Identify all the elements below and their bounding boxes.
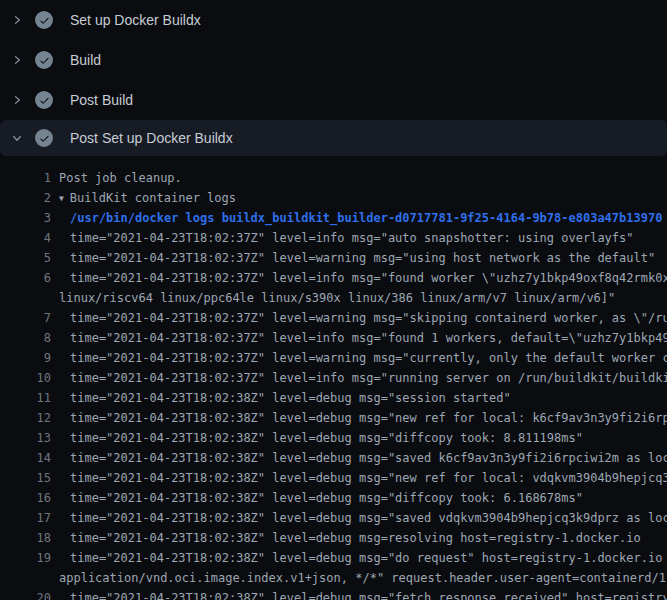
log-line-content: ▼BuildKit container logs (59, 188, 667, 208)
log-line-content: time="2021-04-23T18:02:38Z" level=debug … (70, 508, 667, 528)
line-number[interactable]: 7 (0, 308, 51, 328)
log-text: time="2021-04-23T18:02:38Z" level=debug … (70, 391, 511, 405)
line-number[interactable]: 6 (0, 268, 51, 288)
log-line: 1 Post job cleanup. (0, 168, 667, 188)
log-line: 11 time="2021-04-23T18:02:38Z" level=deb… (0, 388, 667, 408)
check-circle-icon (35, 51, 53, 69)
check-circle-icon (35, 129, 53, 147)
chevron-right-icon (11, 14, 23, 26)
log-line: 6 time="2021-04-23T18:02:37Z" level=info… (0, 268, 667, 288)
step-label: Build (70, 52, 101, 68)
line-number[interactable]: 19 (0, 548, 51, 568)
log-text: time="2021-04-23T18:02:38Z" level=debug … (70, 491, 583, 505)
log-line-content: time="2021-04-23T18:02:38Z" level=debug … (70, 408, 667, 428)
line-number[interactable]: 8 (0, 328, 51, 348)
log-line: 15 time="2021-04-23T18:02:38Z" level=deb… (0, 468, 667, 488)
log-line: 20 time="2021-04-23T18:02:38Z" level=deb… (0, 588, 667, 600)
line-number[interactable] (0, 288, 51, 308)
log-line-content: time="2021-04-23T18:02:38Z" level=debug … (70, 388, 667, 408)
log-text: time="2021-04-23T18:02:38Z" level=debug … (70, 511, 667, 525)
line-number[interactable]: 16 (0, 488, 51, 508)
log-text: time="2021-04-23T18:02:38Z" level=debug … (70, 431, 583, 445)
log-line: 16 time="2021-04-23T18:02:38Z" level=deb… (0, 488, 667, 508)
log-line: 8 time="2021-04-23T18:02:37Z" level=info… (0, 328, 667, 348)
step-header[interactable]: Set up Docker Buildx (0, 0, 667, 40)
chevron-down-icon (11, 132, 23, 144)
chevron-right-icon (11, 54, 23, 66)
step-header[interactable]: Build (0, 40, 667, 80)
step-label: Post Build (70, 92, 133, 108)
log-line-content: application/vnd.oci.image.index.v1+json,… (59, 568, 667, 588)
line-number[interactable] (0, 568, 51, 588)
check-icon (39, 95, 50, 106)
chevron-icon[interactable] (9, 52, 25, 68)
line-number[interactable]: 12 (0, 408, 51, 428)
log-text: time="2021-04-23T18:02:37Z" level=info m… (70, 231, 634, 245)
log-line: 10 time="2021-04-23T18:02:37Z" level=inf… (0, 368, 667, 388)
line-number[interactable]: 14 (0, 448, 51, 468)
log-text: time="2021-04-23T18:02:37Z" level=warnin… (70, 311, 667, 325)
line-number[interactable]: 18 (0, 528, 51, 548)
log-line: 3 /usr/bin/docker logs buildx_buildkit_b… (0, 208, 667, 228)
log-line-content: time="2021-04-23T18:02:37Z" level=info m… (70, 368, 667, 388)
log-line-content: time="2021-04-23T18:02:38Z" level=debug … (70, 528, 667, 548)
line-number[interactable]: 5 (0, 248, 51, 268)
step-label: Set up Docker Buildx (70, 12, 201, 28)
log-line-content: time="2021-04-23T18:02:37Z" level=info m… (70, 268, 667, 288)
chevron-icon[interactable] (9, 92, 25, 108)
log-line: 5 time="2021-04-23T18:02:37Z" level=warn… (0, 248, 667, 268)
log-line-content: time="2021-04-23T18:02:37Z" level=info m… (70, 228, 667, 248)
line-number[interactable]: 20 (0, 588, 51, 600)
group-collapse-triangle-icon[interactable]: ▼ (59, 189, 64, 208)
log-line: 17 time="2021-04-23T18:02:38Z" level=deb… (0, 508, 667, 528)
check-icon (39, 55, 50, 66)
steps-list: Set up Docker Buildx Build (0, 0, 667, 156)
log-line: 4 time="2021-04-23T18:02:37Z" level=info… (0, 228, 667, 248)
line-number[interactable]: 4 (0, 228, 51, 248)
job-log-panel: Set up Docker Buildx Build (0, 0, 667, 600)
line-number[interactable]: 3 (0, 208, 51, 228)
line-number[interactable]: 17 (0, 508, 51, 528)
chevron-icon[interactable] (9, 12, 25, 28)
line-number[interactable]: 10 (0, 368, 51, 388)
step-header[interactable]: Post Set up Docker Buildx (0, 120, 667, 156)
log-line-content: time="2021-04-23T18:02:37Z" level=warnin… (70, 348, 667, 368)
log-line: 9 time="2021-04-23T18:02:37Z" level=warn… (0, 348, 667, 368)
log-text: time="2021-04-23T18:02:38Z" level=debug … (70, 471, 667, 485)
line-number[interactable]: 9 (0, 348, 51, 368)
log-text: time="2021-04-23T18:02:37Z" level=warnin… (70, 251, 655, 265)
line-number[interactable]: 1 (0, 168, 51, 188)
log-text: time="2021-04-23T18:02:37Z" level=info m… (70, 271, 667, 285)
step-header[interactable]: Post Build (0, 80, 667, 120)
log-line: application/vnd.oci.image.index.v1+json,… (0, 568, 667, 588)
log-area: 1 Post job cleanup. 2 ▼BuildKit containe… (0, 156, 667, 600)
log-line-content: time="2021-04-23T18:02:37Z" level=warnin… (70, 308, 667, 328)
chevron-icon[interactable] (9, 130, 25, 146)
log-line-content: time="2021-04-23T18:02:38Z" level=debug … (70, 588, 667, 600)
log-text: time="2021-04-23T18:02:37Z" level=info m… (70, 331, 667, 345)
line-number[interactable]: 15 (0, 468, 51, 488)
log-text: linux/riscv64 linux/ppc64le linux/s390x … (59, 291, 615, 305)
check-icon (39, 133, 50, 144)
log-line-content: time="2021-04-23T18:02:38Z" level=debug … (70, 448, 667, 468)
check-icon (39, 15, 50, 26)
line-number[interactable]: 13 (0, 428, 51, 448)
log-text: time="2021-04-23T18:02:38Z" level=debug … (70, 531, 641, 545)
log-line: linux/riscv64 linux/ppc64le linux/s390x … (0, 288, 667, 308)
log-line-content: time="2021-04-23T18:02:38Z" level=debug … (70, 548, 667, 568)
check-circle-icon (35, 91, 53, 109)
log-line: 12 time="2021-04-23T18:02:38Z" level=deb… (0, 408, 667, 428)
log-line: 14 time="2021-04-23T18:02:38Z" level=deb… (0, 448, 667, 468)
log-text: BuildKit container logs (70, 191, 236, 205)
log-line-content: linux/riscv64 linux/ppc64le linux/s390x … (59, 288, 667, 308)
step-label: Post Set up Docker Buildx (70, 130, 233, 146)
log-line-content: /usr/bin/docker logs buildx_buildkit_bui… (70, 208, 667, 228)
log-text: time="2021-04-23T18:02:38Z" level=debug … (70, 591, 667, 600)
log-text: application/vnd.oci.image.index.v1+json,… (59, 571, 667, 585)
line-number[interactable]: 11 (0, 388, 51, 408)
log-line-content: time="2021-04-23T18:02:38Z" level=debug … (70, 428, 667, 448)
log-line: 18 time="2021-04-23T18:02:38Z" level=deb… (0, 528, 667, 548)
check-circle-icon (35, 11, 53, 29)
log-line-content: time="2021-04-23T18:02:37Z" level=warnin… (70, 248, 667, 268)
line-number[interactable]: 2 (0, 188, 51, 208)
